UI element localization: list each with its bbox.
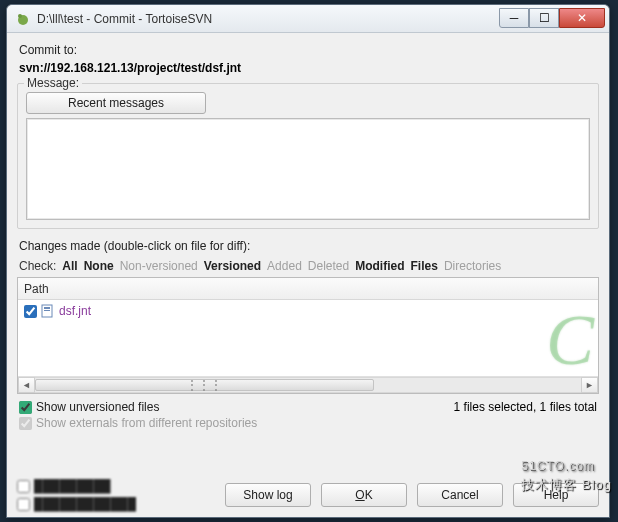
ok-button[interactable]: OK [321,483,407,507]
file-name: dsf.jnt [59,304,91,318]
filter-nonversioned[interactable]: Non-versioned [120,259,198,273]
filter-modified[interactable]: Modified [355,259,404,273]
commit-dialog: D:\lll\test - Commit - TortoiseSVN ─ ☐ ✕… [6,4,610,518]
cancel-button[interactable]: Cancel [417,483,503,507]
file-list: Path dsf.jnt C ◄ ⋮⋮⋮ ► [17,277,599,394]
status-row: Show unversioned files 1 files selected,… [19,400,597,414]
window-title: D:\lll\test - Commit - TortoiseSVN [37,12,493,26]
scroll-right-arrow[interactable]: ► [581,377,598,393]
commit-message-textarea[interactable] [26,118,590,220]
show-externals-checkbox: Show externals from different repositori… [19,416,597,430]
show-log-button[interactable]: Show log [225,483,311,507]
show-unversioned-label: Show unversioned files [36,400,159,414]
help-button[interactable]: Help [513,483,599,507]
window-controls: ─ ☐ ✕ [499,8,605,28]
titlebar[interactable]: D:\lll\test - Commit - TortoiseSVN ─ ☐ ✕ [7,5,609,33]
file-check[interactable] [24,305,37,318]
filter-files[interactable]: Files [411,259,438,273]
tortoisesvn-icon [15,11,31,27]
file-list-body[interactable]: dsf.jnt C [18,300,598,376]
file-list-header[interactable]: Path [18,278,598,300]
column-path: Path [24,282,49,296]
show-unversioned-checkbox[interactable]: Show unversioned files [19,400,159,414]
filter-deleted[interactable]: Deleted [308,259,349,273]
file-modified-icon [41,304,55,318]
svg-point-1 [18,14,22,18]
recent-messages-button[interactable]: Recent messages [26,92,206,114]
svg-rect-4 [44,310,50,311]
horizontal-scrollbar[interactable]: ◄ ⋮⋮⋮ ► [18,376,598,393]
scroll-thumb[interactable]: ⋮⋮⋮ [35,379,374,391]
filter-versioned[interactable]: Versioned [204,259,261,273]
show-unversioned-input[interactable] [19,401,32,414]
show-externals-input [19,417,32,430]
scroll-track[interactable]: ⋮⋮⋮ [35,377,581,393]
changes-label: Changes made (double-click on file for d… [19,239,599,253]
dialog-footer: █████████ ████████████ Show log OK Cance… [17,471,599,511]
footer-left-blurred: █████████ ████████████ [17,479,215,511]
svg-rect-3 [44,307,50,309]
filter-added[interactable]: Added [267,259,302,273]
show-externals-label: Show externals from different repositori… [36,416,257,430]
filter-all[interactable]: All [62,259,77,273]
scroll-left-arrow[interactable]: ◄ [18,377,35,393]
close-button[interactable]: ✕ [559,8,605,28]
message-legend: Message: [24,76,82,90]
commit-to-url: svn://192.168.121.13/project/test/dsf.jn… [19,61,599,75]
check-label: Check: [19,259,56,273]
commit-to-label: Commit to: [19,43,599,57]
minimize-button[interactable]: ─ [499,8,529,28]
filter-directories[interactable]: Directories [444,259,501,273]
file-row[interactable]: dsf.jnt [24,304,592,318]
filter-row: Check: All None Non-versioned Versioned … [19,259,597,273]
message-group: Message: Recent messages [17,83,599,229]
client-area: Commit to: svn://192.168.121.13/project/… [7,33,609,517]
filter-none[interactable]: None [84,259,114,273]
maximize-button[interactable]: ☐ [529,8,559,28]
selection-status: 1 files selected, 1 files total [454,400,597,414]
